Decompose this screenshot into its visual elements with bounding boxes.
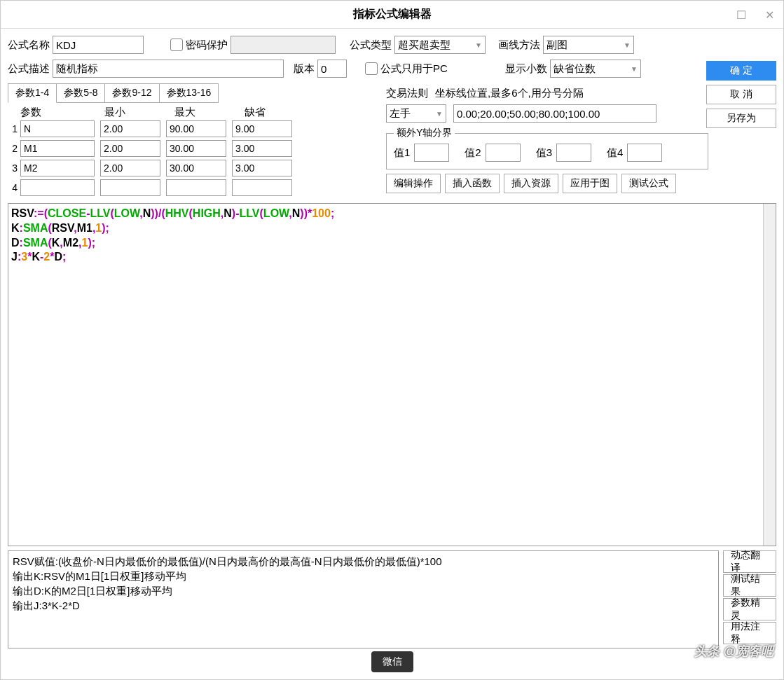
- label-desc: 公式描述: [8, 62, 50, 76]
- draw-select[interactable]: 副图▼: [543, 36, 634, 54]
- param-min-input[interactable]: [100, 140, 160, 157]
- watermark: 头条 @宽客吧: [694, 643, 773, 660]
- hdr-param: 参数: [20, 106, 104, 119]
- yaxis-fieldset: 额外Y轴分界 值1 值2 值3 值4: [386, 127, 708, 169]
- scrollbar[interactable]: [763, 204, 776, 546]
- dyn-trans-button[interactable]: 动态翻译: [723, 550, 776, 573]
- param-name-input[interactable]: [20, 179, 95, 196]
- test-res-button[interactable]: 测试结果: [723, 574, 776, 597]
- tab-param-9-12[interactable]: 参数9-12: [104, 83, 159, 103]
- y3-input[interactable]: [556, 144, 591, 162]
- name-input[interactable]: [53, 36, 144, 54]
- insert-fn-button[interactable]: 插入函数: [445, 174, 500, 193]
- label-password: 密码保护: [186, 39, 228, 52]
- y1-input[interactable]: [414, 144, 449, 162]
- label-y3: 值3: [536, 146, 552, 160]
- pconly-checkbox[interactable]: [365, 62, 378, 75]
- description-box: RSV赋值:(收盘价-N日内最低价的最低值)/(N日内最高价的最高值-N日内最低…: [8, 550, 719, 648]
- param-row: 1: [8, 119, 372, 139]
- titlebar: 指标公式编辑器 ☐ ✕: [1, 1, 783, 29]
- tab-param-1-4[interactable]: 参数1-4: [8, 83, 57, 103]
- hdr-min: 最小: [104, 106, 174, 119]
- version-input[interactable]: [317, 60, 347, 78]
- usage-button[interactable]: 用法注释: [723, 622, 776, 644]
- label-decimals: 显示小数: [505, 62, 547, 76]
- param-index: 4: [8, 182, 20, 193]
- param-max-input[interactable]: [166, 160, 226, 176]
- apply-button[interactable]: 应用于图: [563, 174, 617, 193]
- param-index: 1: [8, 123, 20, 134]
- formula-editor[interactable]: RSV:=(CLOSE-LLV(LOW,N))/(HHV(HIGH,N)-LLV…: [8, 203, 776, 546]
- label-rule: 交易法则: [386, 87, 428, 100]
- desc-input[interactable]: [53, 60, 284, 78]
- password-input: [231, 36, 336, 54]
- saveas-button[interactable]: 另存为: [706, 109, 776, 128]
- label-name: 公式名称: [8, 39, 50, 52]
- param-def-input[interactable]: [232, 140, 292, 157]
- tab-param-13-16[interactable]: 参数13-16: [159, 83, 219, 103]
- edit-op-button[interactable]: 编辑操作: [386, 174, 441, 193]
- label-version: 版本: [294, 62, 315, 76]
- param-max-input[interactable]: [166, 120, 226, 137]
- ok-button[interactable]: 确 定: [706, 61, 776, 81]
- y4-input[interactable]: [627, 144, 662, 162]
- hdr-def: 缺省: [245, 106, 308, 119]
- param-min-input[interactable]: [100, 160, 160, 176]
- rule-select[interactable]: 左手▼: [386, 104, 446, 123]
- param-def-input[interactable]: [232, 179, 292, 196]
- param-wiz-button[interactable]: 参数精灵: [723, 598, 776, 620]
- param-max-input[interactable]: [166, 140, 226, 157]
- param-name-input[interactable]: [20, 120, 95, 137]
- param-def-input[interactable]: [232, 120, 292, 137]
- desc-line: 输出K:RSV的M1日[1日权重]移动平均: [13, 569, 714, 583]
- desc-line: RSV赋值:(收盘价-N日内最低价的最低值)/(N日内最高价的最高值-N日内最低…: [13, 554, 714, 569]
- cancel-button[interactable]: 取 消: [706, 85, 776, 104]
- param-min-input[interactable]: [100, 120, 160, 137]
- param-tabs: 参数1-4 参数5-8 参数9-12 参数13-16: [8, 83, 372, 103]
- param-name-input[interactable]: [20, 160, 95, 176]
- param-def-input[interactable]: [232, 160, 292, 176]
- tab-param-5-8[interactable]: 参数5-8: [56, 83, 105, 103]
- test-button[interactable]: 测试公式: [621, 174, 676, 193]
- param-index: 3: [8, 162, 20, 174]
- window-title: 指标公式编辑器: [353, 7, 432, 22]
- label-type: 公式类型: [350, 39, 392, 52]
- coord-input[interactable]: [453, 104, 656, 123]
- label-draw: 画线方法: [498, 39, 540, 52]
- insert-res-button[interactable]: 插入资源: [504, 174, 558, 193]
- param-name-input[interactable]: [20, 140, 95, 157]
- param-table: 参数 最小 最大 缺省 1234: [8, 106, 372, 197]
- hdr-max: 最大: [174, 106, 245, 119]
- decimals-select[interactable]: 缺省位数▼: [550, 60, 641, 78]
- param-row: 2: [8, 139, 372, 158]
- param-row: 3: [8, 158, 372, 178]
- desc-line: 输出J:3*K-2*D: [13, 598, 714, 613]
- label-y1: 值1: [394, 146, 410, 160]
- yaxis-legend: 额外Y轴分界: [394, 127, 455, 139]
- close-button[interactable]: ✕: [755, 1, 783, 29]
- password-checkbox[interactable]: [170, 39, 183, 51]
- label-pconly: 公式只用于PC: [380, 62, 448, 76]
- minimize-button[interactable]: ☐: [727, 1, 755, 29]
- label-y2: 值2: [465, 146, 481, 160]
- y2-input[interactable]: [486, 144, 521, 162]
- label-coord-hint: 坐标线位置,最多6个,用分号分隔: [435, 87, 584, 100]
- desc-line: 输出D:K的M2日[1日权重]移动平均: [13, 583, 714, 598]
- param-row: 4: [8, 178, 372, 197]
- toast-notification: 微信: [371, 651, 413, 672]
- label-y4: 值4: [607, 146, 623, 160]
- param-index: 2: [8, 143, 20, 154]
- param-max-input[interactable]: [166, 179, 226, 196]
- editor-window: 指标公式编辑器 ☐ ✕ 公式名称 密码保护 公式类型 超买超卖型▼ 画线方法 副…: [0, 0, 784, 680]
- param-min-input[interactable]: [100, 179, 160, 196]
- type-select[interactable]: 超买超卖型▼: [394, 36, 486, 54]
